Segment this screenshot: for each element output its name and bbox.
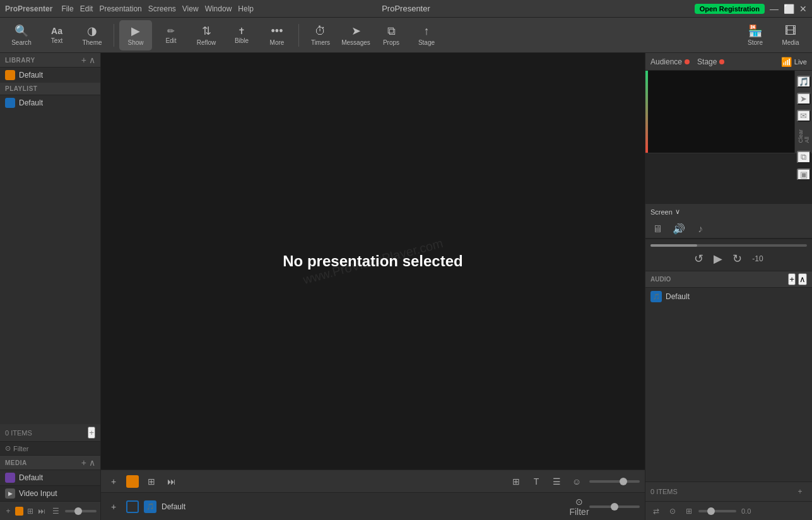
media-progress-fill xyxy=(650,244,697,247)
media-collapse-button[interactable]: ∧ xyxy=(89,458,95,467)
menu-screens[interactable]: Screens xyxy=(146,4,179,13)
fast-forward-button[interactable]: ↻ xyxy=(733,252,742,266)
media-progress-bar[interactable] xyxy=(650,244,807,247)
clear-stage-button[interactable]: ▣ xyxy=(797,168,811,180)
library-collapse-button[interactable]: ∧ xyxy=(89,56,95,64)
playlist-filter-button[interactable]: ⊙ Filter xyxy=(572,499,587,514)
slide-list-button[interactable]: ☰ xyxy=(549,474,564,489)
more-button[interactable]: ••• More xyxy=(261,20,293,50)
menu-edit[interactable]: Edit xyxy=(78,4,96,13)
output-screen-tab[interactable]: 🖥 xyxy=(650,222,664,236)
timers-button[interactable]: ⏱ Timers xyxy=(304,20,337,50)
media-tb-add-button[interactable]: + xyxy=(4,504,13,518)
toolbar-separator-1 xyxy=(114,24,114,47)
slide-grid-view-button[interactable]: ⊞ xyxy=(509,474,524,489)
slide-toolbar: + ⊞ ⏭ ⊞ T ☰ ☺ xyxy=(101,470,645,492)
audio-header-buttons: + ∧ xyxy=(788,273,807,285)
reflow-icon: ⇅ xyxy=(202,24,211,38)
reflow-button[interactable]: ⇅ Reflow xyxy=(190,20,223,50)
media-bottom-toolbar: + ⊞ ⏭ ☰ xyxy=(0,501,100,520)
slide-add-button[interactable]: + xyxy=(106,474,121,489)
clear-props-button[interactable]: ⧉ xyxy=(797,151,811,163)
preview-display xyxy=(648,71,794,153)
library-default-item[interactable]: Default xyxy=(0,68,100,83)
media-add-button[interactable]: + xyxy=(81,458,86,467)
search-button[interactable]: 🔍 Search xyxy=(5,20,38,50)
items-add-button[interactable]: + xyxy=(88,427,95,439)
skip-back-button[interactable]: -10 xyxy=(752,254,763,263)
clear-messages-button[interactable]: ✉ xyxy=(797,110,811,122)
store-button[interactable]: 🏪 Store xyxy=(739,20,772,50)
rewind-button[interactable]: ↺ xyxy=(694,252,703,266)
playlist-area: + 🎵 Default ⊙ Filter xyxy=(101,492,645,520)
right-panel-slider[interactable] xyxy=(698,510,736,512)
theme-icon: ◑ xyxy=(87,24,97,38)
media-view-btn[interactable] xyxy=(15,507,23,516)
menu-help[interactable]: Help xyxy=(235,4,256,13)
theme-button[interactable]: ◑ Theme xyxy=(76,20,109,50)
clear-all-label[interactable]: Clear All xyxy=(797,129,810,143)
stage-tab[interactable]: Stage xyxy=(697,57,724,66)
playlist-item-label: Default xyxy=(162,502,185,511)
slide-skip-button[interactable]: ⏭ xyxy=(164,474,179,489)
playlist-add-button[interactable]: + xyxy=(106,499,121,514)
media-tb-slider[interactable] xyxy=(65,510,97,512)
media-controls: ↺ ▶ ↻ -10 xyxy=(645,239,812,271)
media-button[interactable]: 🎞 Media xyxy=(774,20,807,50)
library-add-button[interactable]: + xyxy=(81,56,86,64)
text-button[interactable]: Aa Text xyxy=(40,20,73,50)
right-filter-button[interactable]: ⊙ xyxy=(666,504,680,518)
live-indicator: 📶 Live xyxy=(781,57,807,67)
filter-button[interactable]: ⊙ Filter xyxy=(5,444,28,452)
menu-file[interactable]: File xyxy=(59,4,76,13)
play-button[interactable]: ▶ xyxy=(714,252,722,266)
show-button[interactable]: ▶ Show xyxy=(119,20,152,50)
shuffle-button[interactable]: ⇄ xyxy=(649,504,663,518)
close-button[interactable]: ✕ xyxy=(799,4,807,14)
menu-window[interactable]: Window xyxy=(203,4,235,13)
audio-default-item[interactable]: 🎵 Default xyxy=(645,288,812,305)
menu-view[interactable]: View xyxy=(180,4,201,13)
slide-text-button[interactable]: T xyxy=(529,474,544,489)
edit-button[interactable]: ✏ Edit xyxy=(155,20,187,50)
maximize-button[interactable]: ⬜ xyxy=(784,4,794,14)
screen-dropdown[interactable]: Screen ∨ xyxy=(645,203,812,220)
media-default-item[interactable]: Default xyxy=(0,470,100,485)
messages-button[interactable]: ➤ Messages xyxy=(339,20,372,50)
slide-zoom-slider[interactable] xyxy=(589,480,640,483)
playlist-slider[interactable] xyxy=(589,505,640,508)
bible-button[interactable]: ✝ Bible xyxy=(225,20,258,50)
wifi-icon: 📶 xyxy=(781,57,792,67)
video-input-item[interactable]: ▶ Video Input xyxy=(0,485,100,501)
timers-icon: ⏱ xyxy=(315,25,326,38)
audio-footer-add-button[interactable]: + xyxy=(793,485,807,499)
audio-default-icon: 🎵 xyxy=(650,291,662,302)
media-tb-list-button[interactable]: ☰ xyxy=(49,504,62,518)
right-grid-button[interactable]: ⊞ xyxy=(682,504,696,518)
stage-button[interactable]: ↑ Stage xyxy=(410,20,443,50)
audio-collapse-button[interactable]: ∧ xyxy=(798,273,807,285)
audio-add-button[interactable]: + xyxy=(788,273,796,285)
output-music-tab[interactable]: ♪ xyxy=(693,222,707,236)
media-tb-grid-button[interactable]: ⊞ xyxy=(26,504,35,518)
menu-presentation[interactable]: Presentation xyxy=(97,4,144,13)
clear-video-button[interactable]: 🎵 xyxy=(797,76,811,88)
slide-emoji-button[interactable]: ☺ xyxy=(569,474,584,489)
output-audio-tab[interactable]: 🔊 xyxy=(672,222,686,236)
media-tb-skip-button[interactable]: ⏭ xyxy=(37,504,46,518)
minimize-button[interactable]: — xyxy=(770,4,779,14)
slide-grid-button[interactable]: ⊞ xyxy=(144,474,159,489)
playlist-border-icon xyxy=(126,500,139,513)
toolbar: 🔍 Search Aa Text ◑ Theme ▶ Show ✏ Edit ⇅… xyxy=(0,18,812,53)
clear-audio-button[interactable]: ➤ xyxy=(797,93,811,105)
playlist-default-item[interactable]: Default xyxy=(0,95,100,110)
audio-footer: 0 ITEMS + xyxy=(645,482,812,501)
props-button[interactable]: ⧉ Props xyxy=(375,20,408,50)
left-sidebar: LIBRARY + ∧ Default PLAYLIST Default 0 I… xyxy=(0,53,101,520)
more-icon: ••• xyxy=(271,25,283,38)
open-registration-button[interactable]: Open Registration xyxy=(695,4,765,14)
audience-tab[interactable]: Audience xyxy=(650,57,690,66)
slide-view-orange-button[interactable] xyxy=(126,475,139,488)
messages-icon: ➤ xyxy=(351,24,361,38)
audio-section: AUDIO + ∧ 🎵 Default xyxy=(645,271,812,482)
